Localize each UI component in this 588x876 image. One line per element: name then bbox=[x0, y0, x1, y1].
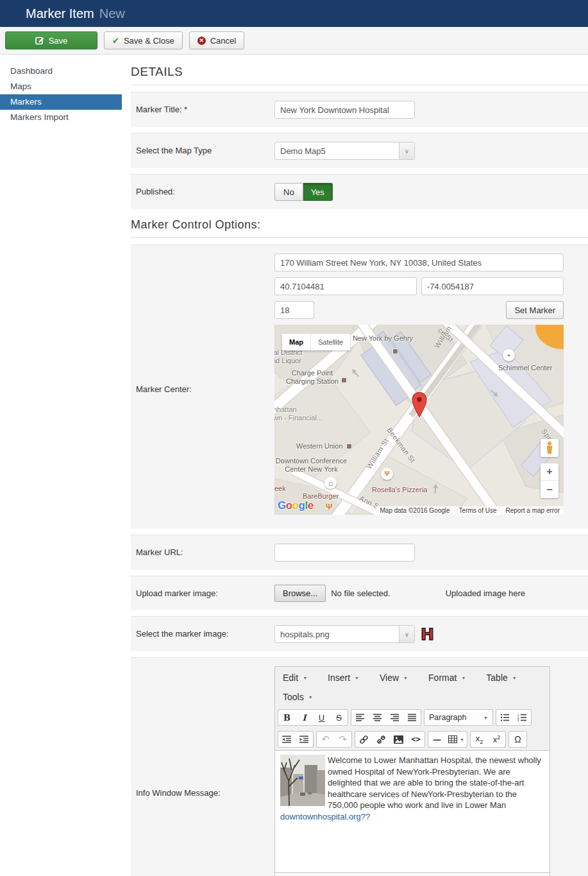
google-map[interactable]: William St William St Beekman St ce St S… bbox=[274, 325, 564, 515]
save-button[interactable]: Save bbox=[5, 31, 97, 49]
latitude-input[interactable] bbox=[274, 277, 417, 295]
logo-letter: o bbox=[286, 499, 292, 511]
marker-image-value: hospitals.png bbox=[280, 630, 330, 639]
sidebar-item-markers-import[interactable]: Markers Import bbox=[0, 110, 122, 125]
sidebar-item-maps[interactable]: Maps bbox=[0, 79, 122, 94]
hr-glyph: — bbox=[433, 735, 441, 744]
outdent-button[interactable] bbox=[278, 732, 296, 747]
uploaded-image-placeholder: Uploaded image here bbox=[446, 588, 525, 598]
map-label-downtown-conference: Downtown Conference Center New York bbox=[274, 457, 348, 474]
map-label-manhattan-financial: nhattan wn - Financial... bbox=[274, 406, 323, 422]
info-window-link[interactable]: downtownhospital.org?? bbox=[280, 812, 370, 821]
logo-letter: g bbox=[299, 499, 305, 511]
table-icon bbox=[448, 735, 457, 743]
zoom-in-button[interactable]: + bbox=[541, 463, 559, 481]
underline-glyph: U bbox=[319, 713, 324, 723]
link-icon bbox=[359, 735, 369, 744]
menu-label: Table bbox=[486, 673, 507, 683]
insert-table-button[interactable]: ▼ bbox=[446, 732, 467, 747]
insert-image-button[interactable] bbox=[390, 732, 407, 747]
bold-button[interactable]: B bbox=[278, 710, 296, 725]
svg-text:3: 3 bbox=[517, 719, 519, 721]
report-map-error-link[interactable]: Report a map error bbox=[506, 507, 560, 514]
terms-of-use-link[interactable]: Terms of Use bbox=[459, 507, 497, 514]
sup-script: 2 bbox=[497, 734, 500, 741]
cancel-button[interactable]: ✕ Cancel bbox=[189, 31, 244, 49]
poi-circle-icon: ▪ bbox=[503, 349, 515, 361]
paragraph-format-select[interactable]: Paragraph ▼ bbox=[424, 710, 492, 725]
subscript-button[interactable]: x2 bbox=[471, 732, 488, 747]
map-label-rosellas-pizzeria: Rosella's Pizzeria bbox=[372, 486, 427, 494]
marker-control-heading: Marker Control Options: bbox=[131, 218, 588, 232]
numbered-list-icon: 123 bbox=[517, 714, 527, 721]
menu-insert[interactable]: Insert▼ bbox=[323, 668, 364, 687]
menu-view[interactable]: View▼ bbox=[374, 668, 413, 687]
horizontal-rule-button[interactable]: — bbox=[428, 732, 446, 747]
caret-down-icon: ▼ bbox=[303, 676, 307, 680]
menu-format[interactable]: Format▼ bbox=[423, 668, 471, 687]
align-left-button[interactable] bbox=[351, 710, 369, 725]
menu-edit[interactable]: Edit▼ bbox=[278, 668, 312, 687]
satellite-view-button[interactable]: Satellite bbox=[311, 334, 350, 350]
sidebar-item-markers[interactable]: Markers bbox=[0, 94, 122, 110]
marker-title-input[interactable] bbox=[274, 101, 415, 119]
row-map-type: Select the Map Type Demo Map5 ∨ bbox=[131, 133, 588, 168]
poi-glyph: ▪ bbox=[508, 352, 510, 359]
published-yes-button[interactable]: Yes bbox=[303, 183, 333, 201]
underline-button[interactable]: U bbox=[313, 710, 330, 725]
justify-icon bbox=[408, 714, 417, 721]
google-logo: Google bbox=[278, 499, 314, 512]
redo-button[interactable]: ↷ bbox=[334, 732, 351, 747]
undo-glyph: ↶ bbox=[321, 734, 330, 745]
justify-button[interactable] bbox=[403, 710, 421, 725]
marker-url-input[interactable] bbox=[274, 544, 415, 562]
menu-label: View bbox=[380, 673, 399, 683]
poi-restaurant-icon: Ψ bbox=[381, 468, 393, 480]
undo-button[interactable]: ↶ bbox=[317, 732, 334, 747]
special-character-button[interactable]: Ω bbox=[509, 732, 526, 747]
zoom-out-button[interactable]: − bbox=[541, 481, 559, 498]
indent-button[interactable] bbox=[296, 732, 313, 747]
italic-button[interactable]: I bbox=[296, 710, 313, 725]
bold-glyph: B bbox=[283, 713, 290, 723]
editor-toolbar-row1: B I U S Paragra bbox=[275, 707, 550, 728]
align-right-button[interactable] bbox=[386, 710, 403, 725]
sidebar-item-dashboard[interactable]: Dashboard bbox=[0, 64, 122, 79]
align-center-button[interactable] bbox=[369, 710, 386, 725]
menu-table[interactable]: Table▼ bbox=[481, 668, 521, 687]
map-marker-pin[interactable] bbox=[411, 391, 428, 418]
superscript-button[interactable]: x2 bbox=[488, 732, 505, 747]
published-no-button[interactable]: No bbox=[274, 183, 303, 201]
marker-image-select[interactable]: hospitals.png ∨ bbox=[274, 625, 415, 643]
zoom-level-input[interactable] bbox=[274, 301, 314, 319]
street-photo bbox=[280, 755, 325, 806]
numbered-list-button[interactable]: 123 bbox=[514, 710, 531, 725]
insert-link-button[interactable] bbox=[355, 732, 373, 747]
map-type-select[interactable]: Demo Map5 ∨ bbox=[274, 142, 415, 160]
set-marker-button[interactable]: Set Marker bbox=[506, 301, 564, 319]
chevron-down-icon: ∨ bbox=[399, 142, 414, 159]
street-view-pegman-button[interactable] bbox=[541, 439, 559, 457]
unlink-icon bbox=[376, 735, 386, 744]
longitude-input[interactable] bbox=[421, 277, 564, 295]
row-marker-center: Marker Center: Set Marker bbox=[131, 245, 588, 529]
menu-tools[interactable]: Tools▼ bbox=[278, 687, 318, 707]
map-view-button[interactable]: Map bbox=[282, 334, 311, 350]
address-input[interactable] bbox=[274, 253, 564, 271]
details-heading: DETAILS bbox=[131, 65, 588, 79]
hospital-marker-icon: H bbox=[421, 626, 434, 642]
set-marker-label: Set Marker bbox=[514, 305, 555, 315]
logo-letter: o bbox=[292, 499, 299, 511]
pegman-icon bbox=[546, 442, 553, 454]
editor-content-area[interactable]: Welcome to Lower Manhattan Hospital, the… bbox=[275, 750, 550, 872]
strikethrough-button[interactable]: S bbox=[330, 710, 348, 725]
save-close-button[interactable]: ✔ Save & Close bbox=[104, 31, 183, 49]
browse-button[interactable]: Browse... bbox=[274, 585, 326, 602]
map-label-charge-point: Charge Point Charging Station bbox=[286, 369, 339, 386]
marker-center-label: Marker Center: bbox=[136, 381, 274, 394]
info-window-text: Welcome to Lower Manhattan Hospital, the… bbox=[328, 755, 541, 810]
remove-link-button[interactable] bbox=[373, 732, 390, 747]
bullet-list-button[interactable] bbox=[496, 710, 514, 725]
source-code-button[interactable]: <> bbox=[407, 732, 424, 747]
map-data-copyright: Map data ©2016 Google bbox=[380, 507, 449, 514]
